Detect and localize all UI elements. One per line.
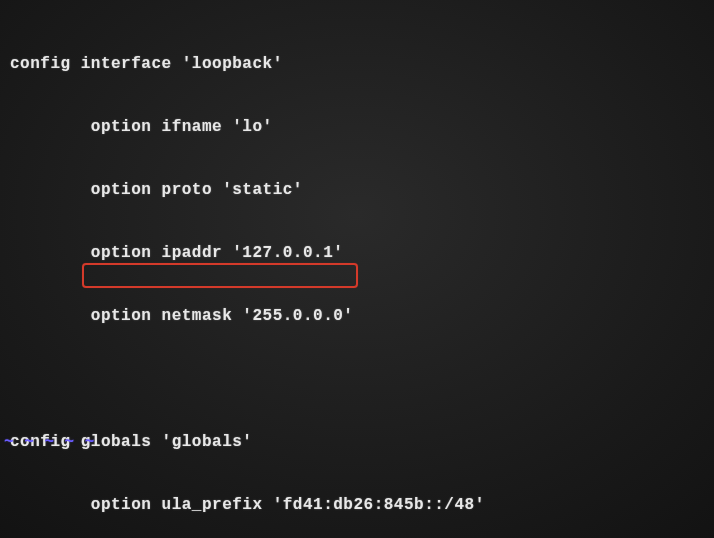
vi-tilde-column: ~ ~ ~ ~ ~ bbox=[4, 432, 95, 453]
blank-line bbox=[10, 369, 714, 390]
option-line: option proto 'static' bbox=[10, 180, 714, 201]
terminal-output: config interface 'loopback' option ifnam… bbox=[0, 0, 714, 538]
config-globals-header: config globals 'globals' bbox=[10, 432, 714, 453]
option-line: option ipaddr '127.0.0.1' bbox=[10, 243, 714, 264]
option-line: option netmask '255.0.0.0' bbox=[10, 306, 714, 327]
config-loopback-header: config interface 'loopback' bbox=[10, 54, 714, 75]
option-line: option ifname 'lo' bbox=[10, 117, 714, 138]
option-line: option ula_prefix 'fd41:db26:845b::/48' bbox=[10, 495, 714, 516]
